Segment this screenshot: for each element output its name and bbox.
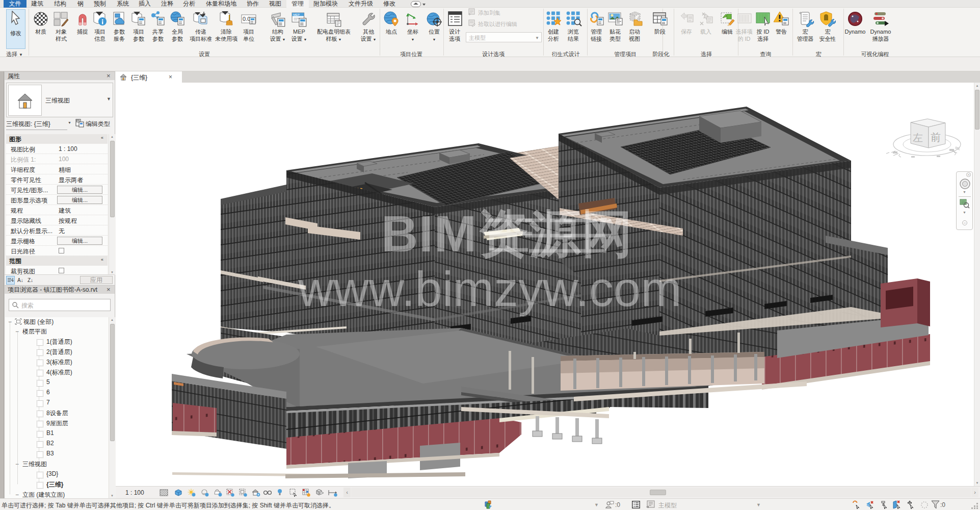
svg-text:MEP: MEP: [293, 13, 300, 16]
svg-text:www.bimzyw.com: www.bimzyw.com: [298, 262, 681, 316]
svg-text:A↓: A↓: [17, 277, 23, 283]
svg-text:左: 左: [913, 132, 923, 143]
svg-text:0.0: 0.0: [243, 16, 250, 22]
svg-text:前: 前: [931, 132, 941, 143]
svg-text:Z↓: Z↓: [28, 277, 33, 283]
